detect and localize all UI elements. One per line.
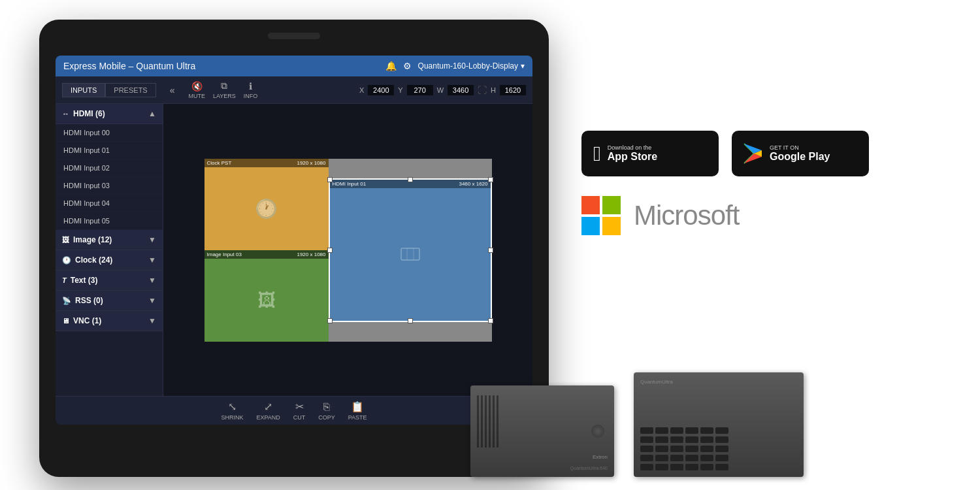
server-port: [655, 436, 668, 443]
server-port: [685, 464, 698, 470]
vent: [485, 395, 487, 448]
toolbar-tabs: INPUTS PRESETS: [62, 83, 156, 97]
mute-label: MUTE: [189, 93, 206, 99]
app-title: Express Mobile – Quantum Ultra: [63, 61, 195, 71]
cut-icon: ✂: [295, 400, 304, 413]
x-value[interactable]: 2400: [368, 85, 394, 95]
handle-ml[interactable]: [327, 248, 333, 253]
port-row: [640, 464, 797, 470]
server-port: [640, 436, 653, 443]
server-port: [670, 436, 683, 443]
list-item[interactable]: HDMI Input 03: [56, 177, 163, 195]
server-port: [700, 436, 713, 443]
sidebar-group-clock[interactable]: 🕐 Clock (24) ▼: [56, 250, 163, 270]
shrink-button[interactable]: ⤡ SHRINK: [221, 400, 243, 421]
clock-icon: 🕐: [62, 256, 71, 265]
mute-action[interactable]: 🔇 MUTE: [189, 81, 206, 99]
handle-bm[interactable]: [408, 318, 413, 323]
googleplay-line2: Google Play: [770, 151, 830, 163]
handle-tl[interactable]: [327, 177, 333, 182]
handle-tr[interactable]: [488, 177, 493, 182]
image-size-text: 1920 x 1080: [297, 252, 325, 257]
chevron-down-icon: ▼: [148, 276, 156, 285]
settings-icon[interactable]: ⚙: [403, 61, 412, 71]
hdmi-label-text: HDMI Input 01: [333, 181, 367, 187]
sidebar-clock-label: Clock (24): [75, 255, 112, 265]
panel-hdmi[interactable]: HDMI Input 01 3460 x 1620: [329, 178, 492, 322]
copy-button[interactable]: ⎘ COPY: [318, 401, 335, 421]
server-port: [655, 427, 668, 434]
handle-tm[interactable]: [408, 177, 413, 182]
server-ports: [640, 427, 797, 470]
server-port: [655, 455, 668, 461]
tablet-camera: [268, 33, 320, 39]
image-icon: 🖼: [62, 236, 69, 244]
shrink-icon: ⤡: [228, 400, 237, 413]
server-port: [700, 427, 713, 434]
list-item[interactable]: HDMI Input 00: [56, 124, 163, 142]
text-icon: T: [62, 276, 67, 284]
googleplay-badge[interactable]: GET IT ON Google Play: [732, 131, 869, 176]
expand-icon: ⤢: [264, 400, 272, 413]
list-item[interactable]: HDMI Input 05: [56, 212, 163, 230]
sidebar-image-label: Image (12): [73, 235, 112, 244]
paste-button[interactable]: 📋 PASTE: [348, 400, 367, 421]
server-port: [640, 446, 653, 452]
server-port: [700, 446, 713, 452]
sidebar: ↔ HDMI (6) ▲ HDMI Input 00 HDMI Input 01…: [56, 104, 163, 396]
paste-icon: 📋: [351, 400, 364, 413]
info-action[interactable]: ℹ INFO: [244, 81, 258, 99]
list-item[interactable]: HDMI Input 04: [56, 195, 163, 212]
list-item[interactable]: HDMI Input 01: [56, 142, 163, 159]
sidebar-group-vnc[interactable]: 🖥 VNC (1) ▼: [56, 311, 163, 331]
appstore-badge[interactable]:  Download on the App Store: [581, 131, 719, 176]
device-selector[interactable]: Quantum-160-Lobby-Display ▾: [418, 61, 525, 71]
info-label: INFO: [244, 93, 258, 99]
sidebar-group-rss[interactable]: 📡 RSS (0) ▼: [56, 291, 163, 311]
expand-button[interactable]: ⤢ EXPAND: [256, 400, 280, 421]
server-port: [700, 455, 713, 461]
cut-button[interactable]: ✂ CUT: [293, 400, 306, 421]
server-port: [715, 427, 728, 434]
chevron-down-icon: ▼: [148, 255, 156, 265]
chevron-up-icon: ▲: [148, 109, 156, 118]
hdmi-panel-content: [330, 188, 491, 321]
back-nav[interactable]: «: [166, 84, 179, 97]
list-item[interactable]: HDMI Input 02: [56, 159, 163, 177]
expand-label: EXPAND: [256, 414, 280, 421]
microsoft-logo: [581, 196, 621, 235]
tab-inputs[interactable]: INPUTS: [62, 83, 105, 97]
sidebar-hdmi-icon: ↔: [62, 110, 69, 118]
ms-green-square: [602, 196, 621, 214]
w-value[interactable]: 3460: [448, 85, 474, 95]
sidebar-group-hdmi[interactable]: ↔ HDMI (6) ▲: [56, 104, 163, 124]
handle-mr[interactable]: [488, 248, 493, 253]
server-knob: [591, 425, 604, 438]
clock-size-text: 1920 x 1080: [297, 160, 325, 166]
y-label: Y: [398, 86, 402, 94]
toolbar-actions: 🔇 MUTE ⧉ LAYERS ℹ INFO: [189, 80, 258, 99]
panel-image[interactable]: Image Input 03 1920 x 1080 🖼: [204, 250, 329, 342]
ms-yellow-square: [602, 217, 621, 235]
bell-icon[interactable]: 🔔: [385, 61, 397, 71]
handle-bl[interactable]: [327, 318, 333, 323]
tab-presets[interactable]: PRESETS: [105, 83, 155, 97]
port-row: [640, 446, 797, 452]
h-value[interactable]: 1620: [500, 85, 526, 95]
canvas-area[interactable]: Clock PST 1920 x 1080 🕐 Image Input 03 1…: [163, 104, 532, 396]
server-unit-1: Extron QuantumUltra 640: [470, 385, 614, 477]
server-model: QuantumUltra 640: [477, 466, 608, 470]
sidebar-group-image[interactable]: 🖼 Image (12) ▼: [56, 230, 163, 250]
server-port: [655, 464, 668, 470]
handle-br[interactable]: [488, 318, 493, 323]
panel-clock[interactable]: Clock PST 1920 x 1080 🕐: [204, 159, 329, 250]
y-value[interactable]: 270: [407, 85, 433, 95]
tablet-screen: Express Mobile – Quantum Ultra 🔔 ⚙ Quant…: [56, 56, 532, 425]
sidebar-group-text[interactable]: T Text (3) ▼: [56, 270, 163, 291]
toolbar-coords: X 2400 Y 270 W 3460 ⛶ H 1620: [359, 85, 526, 95]
google-play-icon: [743, 142, 763, 165]
chevron-down-icon: ▾: [521, 61, 525, 71]
chevron-down-icon: ▼: [148, 235, 156, 244]
layers-action[interactable]: ⧉ LAYERS: [213, 80, 236, 99]
server-port: [715, 464, 728, 470]
